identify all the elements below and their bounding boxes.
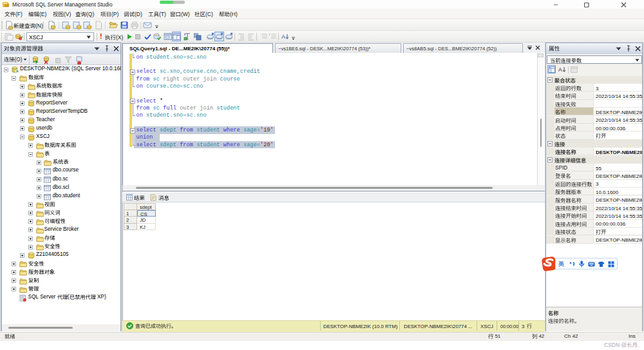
svg-text:A: A bbox=[558, 66, 562, 73]
svg-text:A: A bbox=[281, 34, 285, 40]
